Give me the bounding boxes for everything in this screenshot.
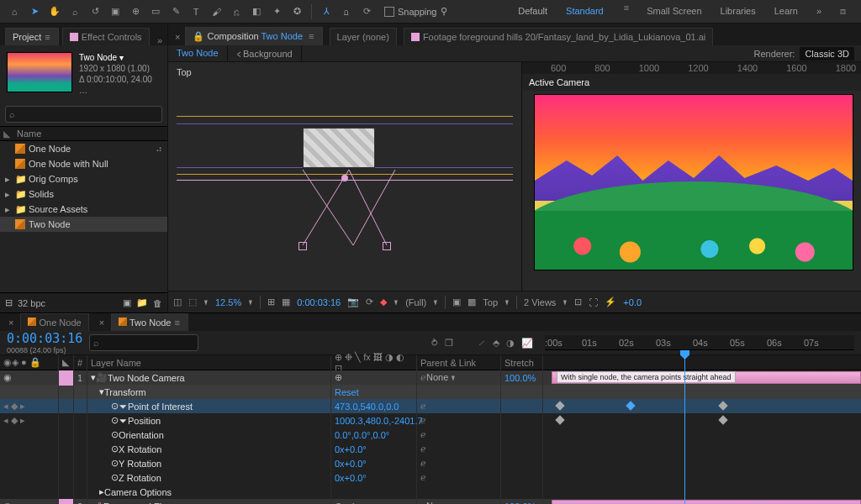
moblur-icon[interactable]: ◑ [506, 338, 515, 349]
viewport-top[interactable]: Top [168, 62, 521, 291]
composition-tab[interactable]: 🔒 Composition Two Node ≡ [185, 27, 322, 45]
channel-icon[interactable]: ◆ [380, 297, 387, 307]
pickwhip-icon[interactable]: ℯ [420, 372, 426, 383]
shy-icon[interactable]: ⟋ [477, 338, 486, 348]
workspace-default[interactable]: Default [516, 3, 549, 20]
track-area[interactable]: With single node, the camera points stra… [552, 370, 861, 504]
preview-time[interactable]: 0:00:03:16 [297, 297, 341, 307]
roto-tool-icon[interactable]: ✦ [267, 3, 286, 21]
lock-icon[interactable]: 🔒 [193, 31, 204, 41]
time-ruler[interactable]: :00s01s02s03s04s05s06s07s [545, 335, 854, 350]
snapshot-icon[interactable]: 📷 [347, 297, 359, 307]
project-search-input[interactable]: ⌕ [5, 106, 162, 123]
transparency-grid-icon[interactable]: ▩ [467, 297, 476, 307]
effect-controls-tab[interactable]: Effect Controls [62, 28, 150, 45]
home-icon[interactable]: ⌂ [5, 3, 24, 21]
alpha-icon[interactable]: ◫ [173, 297, 182, 307]
exposure-value[interactable]: +0.0 [623, 297, 642, 307]
eye-icon[interactable]: ◉ [3, 372, 12, 383]
parent-select[interactable]: None ▾ [426, 372, 456, 383]
selection-tool-icon[interactable]: ➤ [25, 3, 44, 21]
graph-ed-icon[interactable]: 📈 [521, 338, 533, 349]
safe-zones-icon[interactable]: ⊞ [267, 297, 275, 307]
eye-icon[interactable]: ◉ [3, 501, 12, 504]
list-item[interactable]: One Node⠴ [0, 141, 167, 156]
pickwhip-icon[interactable]: ℯ [420, 501, 426, 504]
layer-bar[interactable] [552, 500, 861, 504]
project-tab[interactable]: Project≡ [5, 28, 59, 45]
show-snapshot-icon[interactable]: ⟳ [366, 297, 373, 307]
keyframe-icon[interactable]: ⏷ [119, 416, 128, 426]
new-comp-icon[interactable]: ▣ [123, 297, 131, 308]
mask-vis-icon[interactable]: ⬚ [188, 297, 197, 307]
text-tool-icon[interactable]: T [187, 3, 205, 21]
footage-tab[interactable]: Footage foreground hills 20/Fantasy_land… [404, 28, 713, 45]
search-help-icon[interactable]: ⧈ [838, 3, 848, 20]
view-axis-icon[interactable]: ⟳ [357, 3, 376, 21]
current-timecode[interactable]: 0:00:03:16 [7, 331, 82, 346]
eye-col-icon[interactable]: ◉ [3, 357, 12, 368]
stopwatch-icon[interactable]: ⊙ [111, 429, 119, 440]
list-item[interactable]: ▸📁Orig Comps [0, 171, 167, 186]
snapping-opts-icon[interactable]: ⚲ [441, 6, 447, 17]
col-name[interactable]: Name [17, 129, 41, 139]
hand-tool-icon[interactable]: ✋ [45, 3, 64, 21]
brush-tool-icon[interactable]: 🖌 [207, 3, 225, 21]
puppet-tool-icon[interactable]: ✪ [288, 3, 306, 21]
material-icon[interactable]: ⊡ [574, 297, 582, 307]
list-item[interactable]: Two Node [0, 217, 167, 232]
stopwatch-icon[interactable]: ⊙ [111, 415, 119, 426]
layer-tab[interactable]: Layer (none) [330, 28, 397, 45]
camera-handle[interactable] [383, 242, 391, 250]
stopwatch-icon[interactable]: ⊙ [111, 401, 119, 412]
comp-flow-icon[interactable]: ⥁ [431, 338, 438, 349]
rect-tool-icon[interactable]: ▭ [146, 3, 165, 21]
nviews-select[interactable]: 2 Views [524, 297, 556, 307]
keyframe[interactable] [555, 401, 564, 410]
parent-select[interactable]: None ▾ [426, 501, 456, 504]
camera-handle[interactable] [298, 242, 307, 250]
keyframe-icon[interactable]: ⏷ [119, 402, 128, 412]
fastprev-icon[interactable]: ⚡ [605, 297, 616, 307]
roi-icon[interactable]: ▣ [452, 297, 461, 307]
subtab-background[interactable]: Background [243, 49, 293, 59]
current-time-indicator[interactable] [684, 355, 685, 504]
viewport-active-camera[interactable]: 600800100012001400160018002000 Active Ca… [521, 62, 861, 291]
draft3d-tl-icon[interactable]: ❒ [445, 338, 453, 349]
frameblend-icon[interactable]: ⬘ [493, 338, 499, 349]
stopwatch-icon[interactable]: ⊙ [111, 444, 119, 454]
list-item[interactable]: ▸📁Source Assets [0, 202, 167, 217]
workspace-learn[interactable]: Learn [773, 3, 800, 20]
orbit-tool-icon[interactable]: ↺ [86, 3, 104, 21]
stopwatch-icon[interactable]: ⊙ [111, 458, 119, 469]
bpc-toggle[interactable]: 32 bpc [18, 298, 45, 308]
panel-overflow-icon[interactable]: » [157, 35, 162, 45]
pan-behind-tool-icon[interactable]: ⊕ [126, 3, 145, 21]
clone-tool-icon[interactable]: ⎌ [227, 3, 246, 21]
view-select[interactable]: Top [483, 297, 498, 307]
tag-icon[interactable]: ◣ [3, 129, 10, 139]
snapping-checkbox[interactable] [384, 7, 394, 17]
keyframe[interactable] [555, 415, 564, 424]
camera-tool-icon[interactable]: ▣ [106, 3, 124, 21]
world-axis-icon[interactable]: ⩍ [337, 3, 356, 21]
renderer-select[interactable]: Classic 3D [800, 47, 854, 60]
draft3d-icon[interactable]: ⛶ [589, 297, 598, 307]
keyframe[interactable] [626, 401, 635, 410]
workspace-smallscreen[interactable]: Small Screen [645, 3, 703, 20]
timeline-tab-onenode[interactable]: One Node [20, 313, 88, 331]
keyframe[interactable] [718, 415, 727, 424]
resolution-select[interactable]: (Full) [405, 297, 426, 307]
asset-title[interactable]: Two Node ▾ [79, 52, 161, 63]
local-axis-icon[interactable]: ⅄ [317, 3, 335, 21]
pen-tool-icon[interactable]: ✎ [166, 3, 185, 21]
trash-icon[interactable]: 🗑 [153, 298, 162, 308]
subtab-twonode[interactable]: Two Node [168, 45, 228, 61]
magnification-select[interactable]: 12.5% [215, 297, 241, 307]
workspace-libraries[interactable]: Libraries [719, 3, 758, 20]
new-folder-icon[interactable]: 📁 [136, 297, 148, 308]
keyframe[interactable] [718, 401, 727, 410]
stopwatch-icon[interactable]: ⊙ [111, 472, 119, 483]
timeline-tab-twonode[interactable]: Two Node≡ [111, 313, 188, 331]
zoom-tool-icon[interactable]: ⌕ [66, 3, 84, 21]
